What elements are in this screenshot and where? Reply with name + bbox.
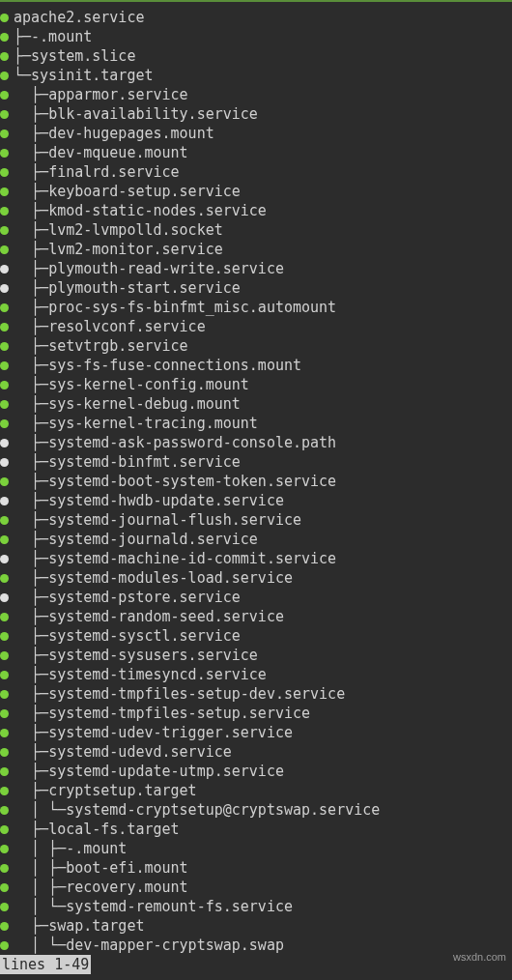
unit-name: systemd-update-utmp.service [48,762,284,781]
status-bullet-icon [0,864,14,873]
unit-name: systemd-sysctl.service [48,626,241,646]
tree-node: ├─finalrd.service [0,162,512,182]
tree-node: ├─systemd-journald.service [0,530,512,549]
tree-node: ├─systemd-udevd.service [0,742,512,762]
status-bullet-icon [0,400,14,409]
unit-name: lvm2-monitor.service [48,240,223,259]
status-bullet-icon [0,613,14,621]
unit-name: dev-hugepages.mount [48,124,214,143]
tree-branch: ├─ [14,85,48,104]
tree-branch: │ ├─ [14,878,66,897]
tree-branch: ├─ [14,820,48,839]
status-bullet-icon [0,709,14,718]
status-bullet-icon [0,903,14,911]
tree-node: ├─lvm2-lvmpolld.socket [0,220,512,240]
tree-node: ├─systemd-modules-load.service [0,568,512,588]
unit-name: systemd-pstore.service [48,588,241,607]
tree-node: ├─keyboard-setup.service [0,182,512,201]
unit-name: systemd-tmpfiles-setup.service [48,704,310,723]
status-bullet-icon [0,52,14,61]
tree-branch: ├─ [14,665,48,684]
tree-branch: ├─ [14,317,48,336]
tree-branch: ├─ [14,433,48,452]
pager-status-row: lines 1-49 [0,955,512,974]
tree-branch: ├─ [14,375,48,394]
unit-name: kmod-static-nodes.service [48,201,267,220]
tree-node: ├─systemd-ask-password-console.path [0,433,512,452]
tree-node: ├─lvm2-monitor.service [0,240,512,259]
status-bullet-icon [0,245,14,254]
tree-node: ├─systemd-sysusers.service [0,646,512,665]
status-bullet-icon [0,323,14,331]
tree-branch: ├─ [14,472,48,491]
status-bullet-icon [0,632,14,641]
tree-branch: ├─ [14,684,48,704]
tree-node: ├─sys-kernel-tracing.mount [0,414,512,433]
tree-node: ├─swap.target [0,916,512,936]
tree-branch: ├─ [14,704,48,723]
unit-name: systemd-machine-id-commit.service [48,549,336,568]
status-bullet-icon [0,574,14,583]
unit-name: systemd-journald.service [48,530,258,549]
tree-branch: ├─ [14,568,48,588]
unit-name: apache2.service [14,8,144,27]
tree-branch: │ ├─ [14,839,66,858]
status-bullet-icon [0,477,14,486]
tree-node: ├─systemd-hwdb-update.service [0,491,512,510]
status-bullet-icon [0,130,14,138]
status-bullet-icon [0,419,14,428]
status-bullet-icon [0,207,14,216]
tree-node: ├─systemd-pstore.service [0,588,512,607]
tree-branch: ├─ [14,916,48,936]
status-bullet-icon [0,110,14,119]
tree-node: │ ├─recovery.mount [0,878,512,897]
tree-branch: ├─ [14,278,48,298]
unit-name: keyboard-setup.service [48,182,241,201]
unit-name: systemd-udevd.service [48,742,232,762]
tree-branch: ├─ [14,394,48,414]
pager-status: lines 1-49 [0,955,91,974]
unit-name: systemd-random-seed.service [48,607,284,626]
unit-name: resolvconf.service [48,317,206,336]
unit-name: dev-mqueue.mount [48,143,188,162]
tree-node: ├─sys-fs-fuse-connections.mount [0,356,512,375]
tree-node: ├─cryptsetup.target [0,781,512,800]
unit-name: systemd-remount-fs.service [66,897,293,916]
tree-branch: ├─ [14,414,48,433]
status-bullet-icon [0,168,14,177]
unit-name: sysinit.target [31,66,153,85]
unit-name: systemd-tmpfiles-setup-dev.service [48,684,345,704]
tree-branch: ├─ [14,124,48,143]
tree-node: ├─sys-kernel-config.mount [0,375,512,394]
status-bullet-icon [0,72,14,80]
tree-branch: ├─ [14,298,48,317]
unit-name: plymouth-start.service [48,278,241,298]
status-bullet-icon [0,593,14,602]
status-bullet-icon [0,748,14,757]
tree-branch: ├─ [14,762,48,781]
status-bullet-icon [0,516,14,525]
tree-branch: ├─ [14,491,48,510]
status-bullet-icon [0,33,14,42]
unit-name: systemd-journal-flush.service [48,510,301,530]
status-bullet-icon [0,342,14,351]
unit-name: swap.target [48,916,144,936]
unit-name: systemd-sysusers.service [48,646,258,665]
status-bullet-icon [0,922,14,931]
tree-node: │ └─dev-mapper-cryptswap.swap [0,936,512,955]
tree-branch: ├─ [14,530,48,549]
unit-name: system.slice [31,46,135,66]
unit-name: blk-availability.service [48,104,258,124]
unit-name: systemd-timesyncd.service [48,665,267,684]
status-bullet-icon [0,458,14,467]
unit-name: proc-sys-fs-binfmt_misc.automount [48,298,336,317]
window-accent [0,0,512,8]
status-bullet-icon [0,535,14,544]
tree-node: ├─kmod-static-nodes.service [0,201,512,220]
tree-root: apache2.service [0,8,512,27]
terminal-output[interactable]: apache2.service├─-.mount├─system.slice└─… [0,8,512,974]
tree-node: ├─dev-mqueue.mount [0,143,512,162]
tree-branch: ├─ [14,510,48,530]
status-bullet-icon [0,806,14,815]
unit-name: sys-kernel-debug.mount [48,394,241,414]
